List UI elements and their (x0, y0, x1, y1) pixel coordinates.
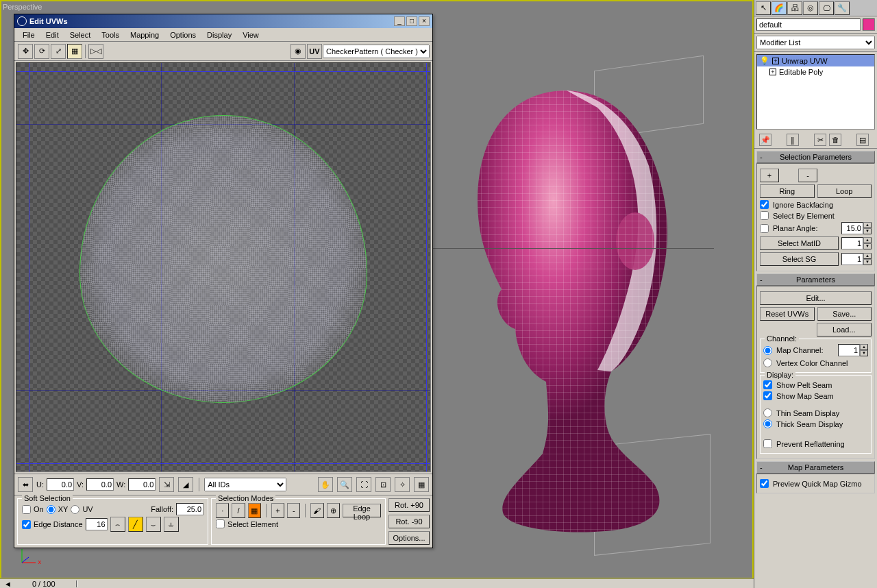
sg-field[interactable] (841, 253, 863, 265)
modify-tab-icon[interactable]: 🌈 (771, 1, 787, 15)
modifier-list-dropdown[interactable]: Modifier List (756, 36, 875, 49)
menu-select[interactable]: Select (64, 29, 97, 40)
edge-loop-button[interactable]: Edge Loop (343, 504, 381, 517)
zoom-icon[interactable]: 🔍 (337, 477, 352, 492)
pin-stack-icon[interactable]: 📌 (759, 134, 771, 146)
planar-angle-checkbox[interactable] (760, 224, 769, 233)
expand-sel-button[interactable]: + (760, 169, 779, 182)
stack-item-unwrap[interactable]: 💡 + Unwrap UVW (757, 55, 874, 66)
lock-icon[interactable]: ⬌ (18, 477, 33, 492)
mirror-icon[interactable]: ▷◁ (88, 44, 103, 59)
shrink-sel-button[interactable]: - (798, 169, 817, 182)
rotate-icon[interactable]: ⟳ (34, 44, 49, 59)
expander-icon[interactable]: + (769, 69, 776, 75)
display-tab-icon[interactable]: 🖵 (819, 1, 834, 15)
v-field[interactable] (86, 478, 114, 491)
configure-sets-icon[interactable]: ▤ (856, 134, 869, 146)
uv-titlebar[interactable]: Edit UVWs _ □ × (14, 14, 432, 28)
shrink-icon[interactable]: - (287, 503, 300, 518)
brush-icon[interactable]: ◢ (178, 477, 193, 492)
make-unique-icon[interactable]: ✂ (814, 134, 826, 146)
falloff-curve2-icon[interactable]: ╱ (128, 517, 143, 532)
edit-button[interactable]: Edit... (760, 291, 872, 305)
map-channel-field[interactable] (838, 344, 860, 356)
falloff-curve4-icon[interactable]: ⥿ (164, 517, 179, 532)
menu-options[interactable]: Options (164, 29, 201, 40)
falloff-curve1-icon[interactable]: ⌢ (110, 517, 125, 532)
minimize-button[interactable]: _ (394, 16, 405, 26)
menu-file[interactable]: File (17, 29, 40, 40)
expander-icon[interactable]: + (772, 58, 779, 64)
move-icon[interactable]: ✥ (18, 44, 33, 59)
map-channel-radio[interactable] (763, 346, 772, 355)
close-button[interactable]: × (419, 16, 430, 26)
thick-seam-radio[interactable] (763, 419, 772, 428)
snap-icon[interactable]: ✧ (395, 477, 410, 492)
zoom-region-icon[interactable]: ⛶ (356, 477, 371, 492)
reset-uvws-button[interactable]: Reset UVWs (760, 307, 815, 321)
xy-radio[interactable] (47, 505, 55, 514)
select-matid-button[interactable]: Select MatID (760, 236, 839, 250)
prevent-reflattening-checkbox[interactable] (763, 439, 772, 448)
w-field[interactable] (128, 478, 156, 491)
soft-on-checkbox[interactable] (22, 505, 31, 514)
uv-editor-window[interactable]: Edit UVWs _ □ × File Edit Select Tools M… (14, 14, 433, 548)
rot-minus90-button[interactable]: Rot. -90 (388, 515, 430, 528)
paint-select-icon[interactable]: 🖌 (310, 503, 323, 518)
rollout-selection-params[interactable]: Selection Parameters (756, 151, 875, 163)
object-name-field[interactable] (756, 19, 861, 31)
falloff-curve3-icon[interactable]: ⌣ (146, 517, 161, 532)
fit-icon[interactable]: ⊡ (375, 477, 391, 492)
paint-size-icon[interactable]: ⊕ (327, 503, 340, 518)
select-sg-button[interactable]: Select SG (760, 252, 839, 266)
pan-icon[interactable]: ✋ (318, 477, 333, 492)
matid-field[interactable] (841, 237, 863, 249)
edge-distance-checkbox[interactable] (22, 520, 31, 529)
object-color-swatch[interactable] (863, 19, 875, 31)
show-end-result-icon[interactable]: ‖ (787, 134, 799, 146)
scroll-left-icon[interactable]: ◄ (4, 580, 12, 588)
rot-plus90-button[interactable]: Rot. +90 (388, 498, 430, 512)
create-tab-icon[interactable]: ↖ (756, 1, 771, 15)
timeline-bar[interactable]: ◄ 0 / 100 (0, 578, 754, 588)
menu-mapping[interactable]: Mapping (125, 29, 164, 40)
motion-tab-icon[interactable]: ◎ (803, 1, 818, 15)
rollout-map-params[interactable]: Map Parameters (756, 461, 875, 474)
edge-distance-field[interactable] (86, 518, 108, 530)
ignore-backfacing-checkbox[interactable] (760, 200, 769, 209)
show-pelt-checkbox[interactable] (763, 380, 772, 389)
slider-handle[interactable] (76, 580, 77, 587)
grid-icon[interactable]: ▦ (414, 477, 429, 492)
menu-tools[interactable]: Tools (96, 29, 125, 40)
grow-icon[interactable]: + (271, 503, 284, 518)
bulb-icon[interactable]: 💡 (760, 56, 769, 65)
absolute-icon[interactable]: ⇲ (159, 477, 174, 492)
modifier-stack[interactable]: 💡 + Unwrap UVW + Editable Poly (756, 54, 875, 130)
stack-item-editablepoly[interactable]: + Editable Poly (757, 66, 874, 77)
ring-button[interactable]: Ring (760, 184, 815, 198)
edge-mode-icon[interactable]: / (232, 503, 245, 518)
uv-toggle[interactable]: UV (307, 44, 322, 59)
select-by-element-checkbox[interactable] (760, 211, 769, 220)
options-button[interactable]: Options... (388, 531, 430, 545)
u-field[interactable] (47, 478, 74, 491)
hierarchy-tab-icon[interactable]: 品 (787, 1, 802, 15)
show-map-icon[interactable]: ◉ (291, 44, 306, 59)
thin-seam-radio[interactable] (763, 408, 772, 417)
save-button[interactable]: Save... (817, 307, 872, 321)
falloff-field[interactable] (176, 503, 203, 515)
texture-dropdown[interactable]: CheckerPattern ( Checker ) (323, 45, 430, 58)
face-mode-icon[interactable]: ▦ (248, 503, 261, 518)
menu-edit[interactable]: Edit (40, 29, 64, 40)
maximize-button[interactable]: □ (406, 16, 417, 26)
matid-dropdown[interactable]: All IDs (204, 478, 286, 491)
rollout-parameters[interactable]: Parameters (756, 273, 875, 286)
remove-modifier-icon[interactable]: 🗑 (829, 134, 841, 146)
vertex-color-radio[interactable] (763, 358, 772, 367)
show-map-checkbox[interactable] (763, 391, 772, 400)
menu-display[interactable]: Display (201, 29, 237, 40)
loop-button[interactable]: Loop (817, 184, 872, 198)
uv-radio[interactable] (71, 505, 79, 514)
preview-gizmo-checkbox[interactable] (760, 479, 769, 488)
planar-angle-field[interactable] (841, 222, 863, 234)
